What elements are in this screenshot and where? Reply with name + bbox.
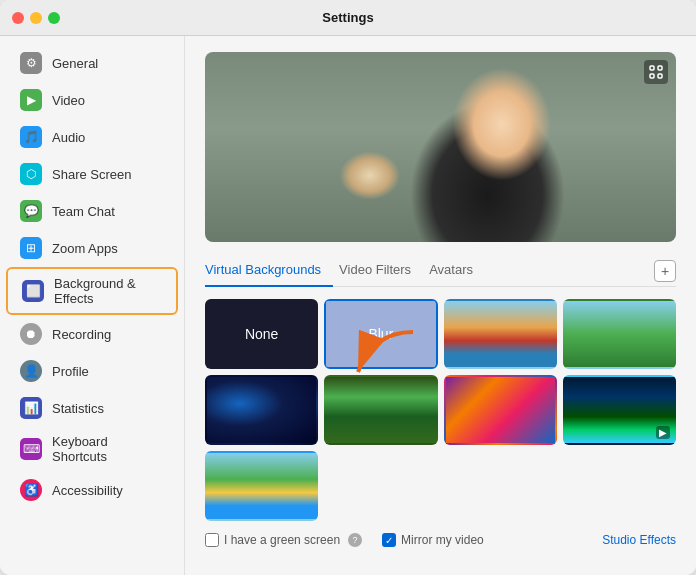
- sidebar-label-video: Video: [52, 93, 85, 108]
- gear-icon: ⚙: [20, 52, 42, 74]
- video-indicator-icon: ▶: [656, 426, 670, 439]
- background-grass[interactable]: [563, 299, 676, 369]
- background-jungle[interactable]: [324, 375, 437, 445]
- sidebar-item-accessibility[interactable]: ♿ Accessibility: [6, 472, 178, 508]
- svg-rect-0: [650, 66, 654, 70]
- background-golden-gate[interactable]: [444, 299, 557, 369]
- sidebar-item-video[interactable]: ▶ Video: [6, 82, 178, 118]
- video-preview: [205, 52, 676, 242]
- svg-rect-1: [658, 66, 662, 70]
- sidebar-label-profile: Profile: [52, 364, 89, 379]
- background-blur-label: Blur: [368, 326, 393, 342]
- sidebar-label-accessibility: Accessibility: [52, 483, 123, 498]
- sidebar-item-audio[interactable]: 🎵 Audio: [6, 119, 178, 155]
- sidebar-label-zoom-apps: Zoom Apps: [52, 241, 118, 256]
- background-none[interactable]: None: [205, 299, 318, 369]
- mirror-video-checkbox[interactable]: ✓: [382, 533, 396, 547]
- sidebar-label-general: General: [52, 56, 98, 71]
- maximize-button[interactable]: [48, 12, 60, 24]
- settings-window: Settings ⚙ General ▶ Video 🎵 Audio ⬡ Sha…: [0, 0, 696, 575]
- mirror-video-checkbox-label[interactable]: ✓ Mirror my video: [382, 533, 484, 547]
- bottom-controls-row: I have a green screen ? ✓ Mirror my vide…: [205, 533, 676, 547]
- backgrounds-grid: None Blur: [205, 299, 676, 521]
- sidebar-item-recording[interactable]: ⏺ Recording: [6, 316, 178, 352]
- sidebar-label-recording: Recording: [52, 327, 111, 342]
- background-space[interactable]: [205, 375, 318, 445]
- sidebar-item-keyboard-shortcuts[interactable]: ⌨ Keyboard Shortcuts: [6, 427, 178, 471]
- profile-icon: 👤: [20, 360, 42, 382]
- sidebar-item-team-chat[interactable]: 💬 Team Chat: [6, 193, 178, 229]
- sidebar-label-keyboard-shortcuts: Keyboard Shortcuts: [52, 434, 164, 464]
- background-beach[interactable]: [205, 451, 318, 521]
- content-area: ⚙ General ▶ Video 🎵 Audio ⬡ Share Screen…: [0, 36, 696, 575]
- sidebar-label-team-chat: Team Chat: [52, 204, 115, 219]
- close-button[interactable]: [12, 12, 24, 24]
- main-content: Virtual Backgrounds Video Filters Avatar…: [185, 36, 696, 575]
- traffic-lights: [12, 12, 60, 24]
- backgrounds-grid-wrapper: None Blur: [205, 299, 676, 521]
- sidebar-item-background-effects[interactable]: ⬜ Background & Effects: [6, 267, 178, 315]
- recording-icon: ⏺: [20, 323, 42, 345]
- keyboard-shortcuts-icon: ⌨: [20, 438, 42, 460]
- tabs-row: Virtual Backgrounds Video Filters Avatar…: [205, 256, 676, 287]
- svg-rect-2: [650, 74, 654, 78]
- sidebar-label-audio: Audio: [52, 130, 85, 145]
- video-icon-sidebar: ▶: [20, 89, 42, 111]
- sidebar-label-background-effects: Background & Effects: [54, 276, 162, 306]
- background-aurora[interactable]: ▶: [563, 375, 676, 445]
- tab-virtual-backgrounds[interactable]: Virtual Backgrounds: [205, 256, 333, 287]
- background-none-label: None: [245, 326, 278, 342]
- sidebar: ⚙ General ▶ Video 🎵 Audio ⬡ Share Screen…: [0, 36, 185, 575]
- sidebar-item-profile[interactable]: 👤 Profile: [6, 353, 178, 389]
- blur-inner: Blur: [326, 301, 435, 367]
- minimize-button[interactable]: [30, 12, 42, 24]
- svg-rect-3: [658, 74, 662, 78]
- chat-icon: 💬: [20, 200, 42, 222]
- share-screen-icon: ⬡: [20, 163, 42, 185]
- accessibility-icon: ♿: [20, 479, 42, 501]
- statistics-icon: 📊: [20, 397, 42, 419]
- sidebar-label-statistics: Statistics: [52, 401, 104, 416]
- tab-video-filters[interactable]: Video Filters: [339, 256, 423, 287]
- sidebar-item-zoom-apps[interactable]: ⊞ Zoom Apps: [6, 230, 178, 266]
- expand-preview-button[interactable]: [644, 60, 668, 84]
- green-screen-label: I have a green screen: [224, 533, 340, 547]
- add-background-button[interactable]: +: [654, 260, 676, 282]
- green-screen-info-icon[interactable]: ?: [348, 533, 362, 547]
- sidebar-item-statistics[interactable]: 📊 Statistics: [6, 390, 178, 426]
- sidebar-label-share-screen: Share Screen: [52, 167, 132, 182]
- background-effects-icon: ⬜: [22, 280, 44, 302]
- audio-icon: 🎵: [20, 126, 42, 148]
- green-screen-checkbox-label[interactable]: I have a green screen: [205, 533, 340, 547]
- green-screen-checkbox[interactable]: [205, 533, 219, 547]
- studio-effects-link[interactable]: Studio Effects: [602, 533, 676, 547]
- window-title: Settings: [322, 10, 373, 25]
- titlebar: Settings: [0, 0, 696, 36]
- sidebar-item-share-screen[interactable]: ⬡ Share Screen: [6, 156, 178, 192]
- background-concert[interactable]: [444, 375, 557, 445]
- tab-avatars[interactable]: Avatars: [429, 256, 485, 287]
- background-blur[interactable]: Blur: [324, 299, 437, 369]
- preview-image: [205, 52, 676, 242]
- sidebar-item-general[interactable]: ⚙ General: [6, 45, 178, 81]
- mirror-video-label: Mirror my video: [401, 533, 484, 547]
- apps-icon: ⊞: [20, 237, 42, 259]
